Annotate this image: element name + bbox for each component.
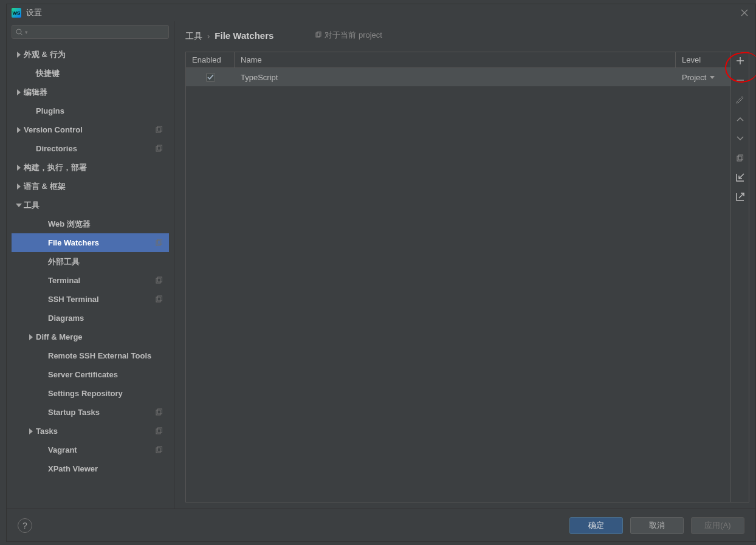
sidebar-item-label: 构建，执行，部署 [24, 162, 87, 173]
sidebar-item[interactable]: Diff & Merge [12, 327, 169, 346]
sidebar-item[interactable]: 工具 [12, 196, 169, 214]
sidebar-item[interactable]: 快捷键 [12, 64, 169, 83]
title-bar: WS 设置 [7, 4, 755, 21]
export-button[interactable] [733, 191, 747, 203]
sidebar-item-label: 外部工具 [48, 256, 80, 267]
sidebar-item[interactable]: Remote SSH External Tools [12, 346, 169, 365]
sidebar-item[interactable]: Startup Tasks [12, 403, 169, 422]
breadcrumb: 工具 › File Watchers 对于当前 project [185, 30, 749, 42]
watchers-table: Enabled Name Level TypeScriptProject [186, 52, 730, 502]
svg-point-0 [16, 29, 21, 34]
sidebar-item-label: XPath Viewer [48, 464, 98, 473]
sidebar-item[interactable]: Diagrams [12, 309, 169, 327]
window-title: 设置 [26, 7, 42, 18]
move-down-button[interactable] [733, 132, 747, 145]
sidebar-item-label: 工具 [24, 200, 40, 211]
svg-rect-13 [156, 429, 160, 434]
watcher-name: TypeScript [235, 73, 676, 82]
sidebar-item[interactable]: Settings Repository [12, 384, 169, 403]
settings-tree: 外观 & 行为快捷键编辑器PluginsVersion ControlDirec… [12, 45, 169, 478]
sidebar-item-label: Remote SSH External Tools [48, 351, 151, 360]
sidebar-item[interactable]: XPath Viewer [12, 459, 169, 478]
sidebar-item[interactable]: Web 浏览器 [12, 214, 169, 233]
svg-rect-12 [158, 409, 162, 414]
remove-button[interactable] [733, 74, 747, 86]
table-row[interactable]: TypeScriptProject [186, 68, 730, 86]
svg-rect-20 [739, 155, 743, 160]
sidebar-item-label: Settings Repository [48, 389, 123, 398]
sidebar-item-label: Server Certificates [48, 370, 118, 379]
svg-rect-8 [158, 277, 162, 282]
svg-rect-6 [158, 239, 162, 244]
sidebar-item-label: Plugins [36, 106, 64, 115]
chevron-right-icon [26, 334, 36, 340]
breadcrumb-item[interactable]: 工具 [185, 31, 202, 42]
sidebar-item[interactable]: Vagrant [12, 440, 169, 459]
col-name[interactable]: Name [235, 52, 676, 67]
copy-icon [315, 32, 322, 39]
svg-rect-10 [158, 296, 162, 301]
ok-button[interactable]: 确定 [569, 517, 623, 534]
sidebar-item[interactable]: Directories [12, 139, 169, 158]
move-up-button[interactable] [733, 113, 747, 125]
sidebar-item-label: Directories [36, 144, 77, 153]
scope-label: 对于当前 project [315, 30, 382, 41]
chevron-right-icon [14, 183, 24, 190]
chevron-right-icon [14, 127, 24, 133]
sidebar-item[interactable]: Terminal [12, 271, 169, 290]
sidebar-item-label: Version Control [24, 125, 83, 134]
sidebar-item-label: Diff & Merge [36, 332, 83, 341]
sidebar-item[interactable]: Version Control [12, 120, 169, 139]
chevron-down-icon [14, 204, 24, 207]
sidebar-item[interactable]: 编辑器 [12, 83, 169, 101]
sidebar-item-label: 快捷键 [36, 68, 60, 79]
svg-rect-11 [156, 410, 160, 415]
svg-rect-7 [156, 278, 160, 283]
copy-button[interactable] [733, 152, 747, 164]
apply-button[interactable]: 应用(A) [691, 517, 744, 534]
sidebar-item[interactable]: 外部工具 [12, 252, 169, 271]
sidebar-item-label: File Watchers [48, 238, 99, 247]
svg-rect-2 [158, 126, 162, 131]
sidebar-item-label: Terminal [48, 276, 80, 285]
cancel-button[interactable]: 取消 [630, 517, 684, 534]
sidebar: ▾ 外观 & 行为快捷键编辑器PluginsVersion ControlDir… [7, 21, 174, 509]
svg-rect-16 [158, 447, 162, 451]
svg-rect-14 [158, 428, 162, 433]
sidebar-item-label: Startup Tasks [48, 408, 100, 417]
svg-rect-1 [156, 128, 160, 132]
svg-rect-3 [156, 146, 160, 151]
enabled-checkbox[interactable] [206, 73, 215, 82]
chevron-down-icon [710, 76, 715, 79]
svg-rect-9 [156, 297, 160, 302]
sidebar-item[interactable]: Server Certificates [12, 365, 169, 384]
chevron-right-icon [14, 52, 24, 58]
svg-rect-19 [737, 156, 741, 161]
sidebar-item[interactable]: File Watchers [12, 233, 169, 252]
close-icon[interactable] [740, 8, 749, 18]
sidebar-item-label: Diagrams [48, 314, 84, 323]
import-button[interactable] [733, 171, 747, 183]
sidebar-item[interactable]: 构建，执行，部署 [12, 158, 169, 177]
sidebar-item[interactable]: Plugins [12, 101, 169, 120]
watcher-level[interactable]: Project [676, 73, 730, 82]
sidebar-item[interactable]: SSH Terminal [12, 290, 169, 309]
add-button[interactable] [733, 55, 747, 67]
search-input[interactable]: ▾ [12, 25, 169, 39]
breadcrumb-current: File Watchers [215, 30, 273, 41]
col-level[interactable]: Level [676, 52, 730, 67]
table-body: TypeScriptProject [186, 68, 730, 86]
sidebar-item[interactable]: Tasks [12, 422, 169, 440]
sidebar-item[interactable]: 外观 & 行为 [12, 45, 169, 64]
sidebar-item[interactable]: 语言 & 框架 [12, 177, 169, 196]
col-enabled[interactable]: Enabled [186, 52, 235, 67]
edit-button[interactable] [733, 94, 747, 106]
chevron-right-icon: › [207, 32, 210, 41]
sidebar-item-label: Vagrant [48, 445, 77, 454]
sidebar-item-label: 外观 & 行为 [24, 49, 66, 60]
side-toolbar [730, 52, 749, 502]
help-button[interactable]: ? [18, 518, 32, 533]
sidebar-item-label: Web 浏览器 [48, 219, 91, 230]
sidebar-item-label: 语言 & 框架 [24, 181, 66, 192]
svg-rect-4 [158, 145, 162, 150]
